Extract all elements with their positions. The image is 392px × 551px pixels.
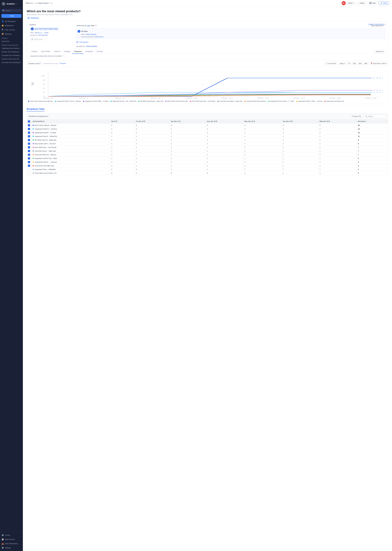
tab-frequency[interactable]: Frequency [72,49,84,54]
th-dec9[interactable]: Dec 9 ⇅ [110,120,134,124]
row-checkbox[interactable]: ✓ [27,153,31,157]
row-checkbox[interactable]: ✓ [27,142,31,146]
row-checkbox[interactable]: ✓ [27,134,31,138]
legend-item-yogasleep-pink[interactable]: Yogasleep® Dohm® - Whi... White/Pink [111,100,136,102]
chevron-right-icon[interactable]: › [21,37,21,39]
breadcrumb-maker[interactable]: Maker.co ▾ [26,2,34,4]
select-event-button[interactable]: B Select event... [29,37,45,41]
th-product-title[interactable]: toProductTitle ⇅ [31,120,110,124]
unchecked-checkbox[interactable] [28,172,30,174]
th-row-sum[interactable]: Row Sum ▾ [357,120,388,124]
checked-checkbox[interactable]: ✓ [28,146,30,148]
legend-item-dreamcenter[interactable]: Dreamcenter with Night Light [324,100,344,102]
checked-checkbox[interactable]: ✓ [28,128,30,130]
30d-button[interactable]: 30d [352,62,357,65]
sidebar-item-notifications[interactable]: 🔔 Notifications [0,23,23,28]
breadcrumb-segmentation[interactable]: ⊙ Segmentation ▾ [36,2,50,4]
sidebar-item-govern[interactable]: ⚙️ Govern [0,533,23,537]
legend-item-yogasleep-hushh[interactable]: Yogasleep® Hushh® White ... for Baby [83,100,108,102]
tab-formula[interactable]: Formula [95,49,105,54]
sidebar-item-smart-nav[interactable]: Smart Nav [0,40,23,43]
row-checkbox[interactable]: ✓ [27,146,31,149]
tab-event-totals[interactable]: Event Totals [39,49,52,54]
checked-checkbox[interactable]: ✓ [28,161,30,163]
new-button[interactable]: + New [1,14,21,18]
grouped-by-select-btn[interactable]: Select property... [86,45,98,47]
refresh-button[interactable]: ↻ Refresh [59,63,66,64]
filter-field[interactable]: partner_id [35,32,42,34]
row-checkbox[interactable]: ✓ [27,131,31,134]
info-icon[interactable]: i [51,2,53,4]
legend-item-travelcube[interactable]: Travelcube White Noise Machine [245,100,266,102]
checked-checkbox[interactable]: ✓ [28,135,30,137]
checked-checkbox[interactable]: ✓ [28,124,30,126]
checked-checkbox[interactable]: ✓ [28,143,30,145]
sidebar-dropdown-icon[interactable]: ▾ [16,3,17,5]
collapse-chart-btn[interactable]: Collapse chart definition ↗ [368,23,386,25]
th-dec10[interactable]: Fri, Dec 10 ⇅ [134,120,169,124]
export-csv-button[interactable]: ⬆ Export CSV [350,114,363,118]
sidebar-item-chumbak[interactable]: Chumbak Nav Dashboard [0,61,23,64]
sidebar-item-my-workspace[interactable]: 👤 My Workspace [0,19,23,23]
share-button[interactable]: 🔗 Share [379,1,389,5]
7d-button[interactable]: 7d [347,62,351,65]
sidebar-item-yogasleep-nav[interactable]: YogaSleep Nav Dashboard [0,47,23,50]
60d-button[interactable]: 60d [357,62,363,65]
advanced-button[interactable]: Advanced ▾ [374,50,385,53]
segment-select-event-btn[interactable]: Select event... [95,36,105,38]
row-checkbox[interactable]: ✓ [27,160,31,164]
row-checkbox[interactable]: ✓ [27,127,31,131]
th-dec15[interactable]: Wed, Dec 15 ⇅ [318,120,357,124]
row-checkbox[interactable] [27,171,31,175]
user-avatar[interactable]: MK [342,1,346,5]
filter-val[interactable]: 12326 [44,32,49,34]
sidebar-item-releases[interactable]: 📦 Releases [0,32,23,36]
th-dec11[interactable]: Sat, Dec 11 ⇅ [169,120,205,124]
legend-item-travel-mini[interactable]: Travel Mini Sound Machi... Night Light [217,100,242,102]
measured-as-close-btn[interactable]: ✕ [63,55,64,57]
checked-checkbox[interactable]: ✓ [28,154,30,156]
th-dec12[interactable]: Sun, Dec 12 ⇅ [205,120,243,124]
checked-checkbox[interactable]: ✓ [28,139,30,141]
performed-any-link[interactable]: Any [87,25,90,27]
sidebar-item-data-destinations[interactable]: 📤 Data Destinations [0,542,23,546]
legend-item-yogasleep-charcoal[interactable]: Yogasleep® Dohm® - White ... Charcoal [296,100,322,102]
add-to-button[interactable]: + Add to [357,1,367,5]
checked-checkbox[interactable]: ✓ [28,132,30,134]
unchecked-checkbox[interactable] [28,168,30,170]
legend-item-yogasleep-classic[interactable]: Yogasleep® Dohm® Classic - T... White [268,100,294,102]
legend-item-dohm[interactable]: Dohm Classic Natural Sound Machine [28,100,53,102]
legend-item-rohm[interactable]: Rohm White Noise Mac... Case Bundle [190,100,215,102]
save-button[interactable]: 💾 Save [368,1,378,5]
row-checkbox[interactable]: ✓ [27,157,31,160]
segment-select-property-btn[interactable]: Select property... [86,34,97,35]
performed-info-icon[interactable]: i [95,25,97,27]
tab-properties[interactable]: Properties [84,49,95,54]
tab-uniques[interactable]: Uniques [29,49,39,54]
compare-to-past-button[interactable]: Compare to past ▾ [27,62,42,65]
legend-item-baby-soother[interactable]: Baby Soother with Voice Recorder [165,100,188,102]
checked-checkbox[interactable]: ✓ [28,157,30,159]
sidebar-item-summer-house[interactable]: Summer House Nav Dashboard [0,57,23,61]
sidebar-item-nicobar-nav[interactable]: Nicobar Nav Dashboard [0,50,23,54]
more-button[interactable]: More ▾ [347,1,356,5]
row-checkbox[interactable]: ✓ [27,124,31,127]
row-checkbox[interactable]: ✓ [27,149,31,153]
add-segment-row[interactable]: 4 Add Segment [76,40,385,44]
grouped-val[interactable]: toProductTitle [38,34,48,36]
tab-active-percent[interactable]: Active % [52,49,62,54]
90d-button[interactable]: 90d [364,62,368,65]
sidebar-item-user-lookup[interactable]: 🔍 User Look-Up [0,28,23,32]
sidebar-item-settings[interactable]: ⚙️ Settings [0,546,23,550]
dashboard-badge[interactable]: ▦ 1 Dashboard [27,17,40,19]
checked-checkbox[interactable]: ✓ [28,165,30,167]
line-chart-button[interactable]: 📈 Line chart ▾ [324,62,337,65]
legend-item-yogasleep-conn[interactable]: Yogasleep® Dohm® Connec... Machine [55,100,81,102]
th-dec14[interactable]: Tue, Dec 14 ⇅ [281,120,318,124]
row-checkbox[interactable]: ✓ [27,164,31,168]
breakdown-search-input[interactable] [364,115,386,118]
th-dec13[interactable]: Mon, Dec 13 ⇅ [243,120,281,124]
frequency-button[interactable]: Daily ▾ [338,62,346,65]
date-range-button[interactable]: 📅 Since Dec 6, 2021 ▾ [369,62,388,65]
legend-item-nod[interactable]: Nod White Noise Machin... Night Light [138,100,163,102]
